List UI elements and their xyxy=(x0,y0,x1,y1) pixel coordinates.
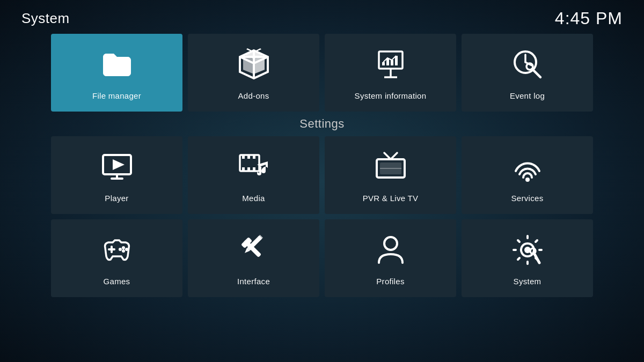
svg-rect-27 xyxy=(253,167,255,171)
film-music-icon xyxy=(237,150,271,188)
svg-point-38 xyxy=(125,248,128,251)
menu-label-services: Services xyxy=(511,194,544,203)
gamepad-icon xyxy=(100,233,134,271)
menu-label-system-information: System information xyxy=(355,91,427,100)
top-row: File manager Add-ons xyxy=(51,34,593,112)
svg-rect-22 xyxy=(242,155,245,159)
svg-point-36 xyxy=(122,246,125,249)
svg-line-54 xyxy=(518,258,519,260)
svg-rect-11 xyxy=(395,56,398,65)
menu-item-interface[interactable]: Interface xyxy=(188,219,319,297)
menu-label-interface: Interface xyxy=(237,277,270,286)
main-content: File manager Add-ons xyxy=(0,34,644,297)
svg-rect-25 xyxy=(242,167,245,171)
box-icon xyxy=(237,47,271,86)
svg-rect-24 xyxy=(253,155,255,159)
menu-item-games[interactable]: Games xyxy=(51,219,182,297)
svg-line-51 xyxy=(518,240,519,242)
svg-point-45 xyxy=(384,237,397,250)
clock: 4:45 PM xyxy=(555,9,623,28)
settings-label: Settings xyxy=(51,117,593,131)
menu-item-system[interactable]: System xyxy=(462,219,593,297)
page-title: System xyxy=(21,10,70,27)
svg-rect-23 xyxy=(247,155,250,159)
settings-grid: Player xyxy=(51,136,593,297)
menu-item-media[interactable]: Media xyxy=(188,136,319,214)
podcast-icon xyxy=(510,150,545,188)
menu-item-services[interactable]: Services xyxy=(462,136,593,214)
menu-label-pvr-live-tv: PVR & Live TV xyxy=(363,194,419,203)
menu-item-profiles[interactable]: Profiles xyxy=(325,219,456,297)
svg-line-53 xyxy=(536,240,537,242)
settings-section: Settings Player xyxy=(51,117,593,297)
tv-icon xyxy=(374,150,408,188)
svg-point-37 xyxy=(119,248,122,251)
svg-rect-10 xyxy=(391,60,393,65)
menu-label-media: Media xyxy=(242,194,265,203)
person-icon xyxy=(374,233,408,271)
clock-search-icon xyxy=(510,47,545,86)
svg-rect-8 xyxy=(382,62,385,65)
tools-icon xyxy=(237,233,271,271)
menu-label-system: System xyxy=(514,277,541,286)
svg-point-33 xyxy=(525,178,530,182)
menu-item-add-ons[interactable]: Add-ons xyxy=(188,34,319,112)
menu-label-file-manager: File manager xyxy=(92,91,141,100)
menu-item-event-log[interactable]: Event log xyxy=(462,34,593,112)
menu-item-pvr-live-tv[interactable]: PVR & Live TV xyxy=(325,136,456,214)
menu-label-player: Player xyxy=(105,194,128,203)
projector-icon xyxy=(374,47,408,86)
svg-line-15 xyxy=(533,70,540,77)
menu-label-games: Games xyxy=(104,277,130,286)
menu-item-system-information[interactable]: System information xyxy=(325,34,456,112)
folder-icon xyxy=(100,47,134,86)
monitor-play-icon xyxy=(100,150,134,188)
svg-point-39 xyxy=(122,249,125,253)
svg-rect-26 xyxy=(247,167,250,171)
svg-marker-20 xyxy=(113,159,125,170)
menu-label-profiles: Profiles xyxy=(376,277,404,286)
menu-item-file-manager[interactable]: File manager xyxy=(51,34,182,112)
menu-label-event-log: Event log xyxy=(510,91,545,100)
gear-tools-icon xyxy=(510,233,545,271)
header: System 4:45 PM xyxy=(0,0,644,34)
settings-row-2: Games xyxy=(51,219,593,297)
settings-row-1: Player xyxy=(51,136,593,214)
menu-item-player[interactable]: Player xyxy=(51,136,182,214)
menu-label-add-ons: Add-ons xyxy=(238,91,269,100)
